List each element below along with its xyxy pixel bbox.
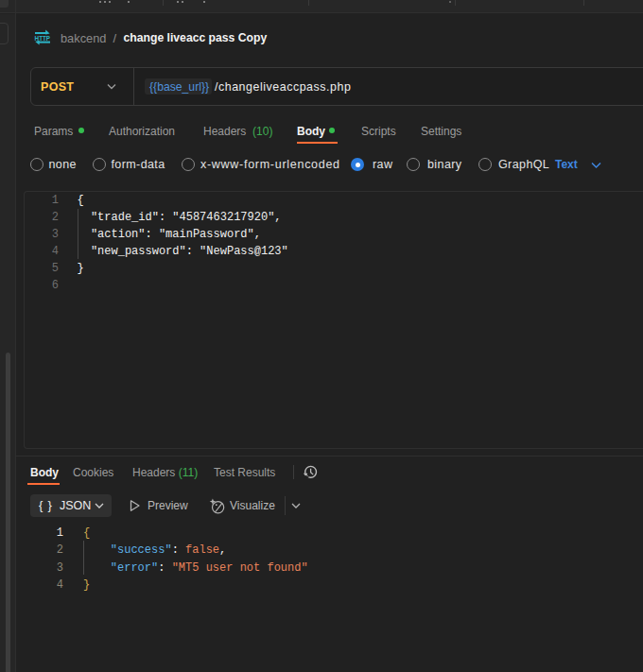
svg-text:HTTP: HTTP xyxy=(35,34,50,43)
